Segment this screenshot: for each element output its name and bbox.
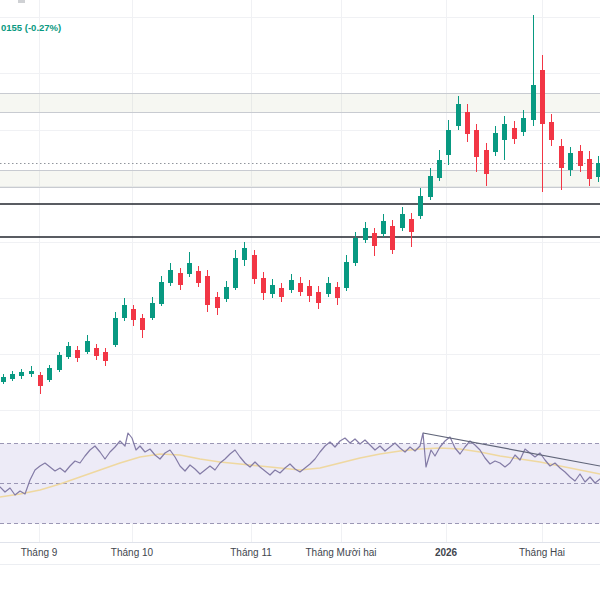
time-axis[interactable]: Tháng 9Tháng 10Tháng 11Tháng Mười hai202…: [0, 542, 600, 565]
price-zones: [0, 93, 600, 188]
time-axis-label: Tháng 9: [21, 547, 58, 558]
time-axis-label: 2026: [435, 547, 457, 558]
time-axis-label: Tháng 11: [230, 547, 272, 558]
cropped-toolbar-artifact: [18, 0, 25, 3]
chart-canvas[interactable]: [0, 0, 600, 600]
time-axis-label: Tháng Hai: [519, 547, 565, 558]
time-axis-label: Tháng Mười hai: [305, 547, 376, 558]
ticker-change-label: 0155 (-0.27%): [1, 22, 61, 33]
rsi-band: [0, 444, 600, 524]
time-axis-label: Tháng 10: [111, 547, 153, 558]
chart-window: 0155 (-0.27%) Tháng 9Tháng 10Tháng 11Thá…: [0, 0, 600, 600]
